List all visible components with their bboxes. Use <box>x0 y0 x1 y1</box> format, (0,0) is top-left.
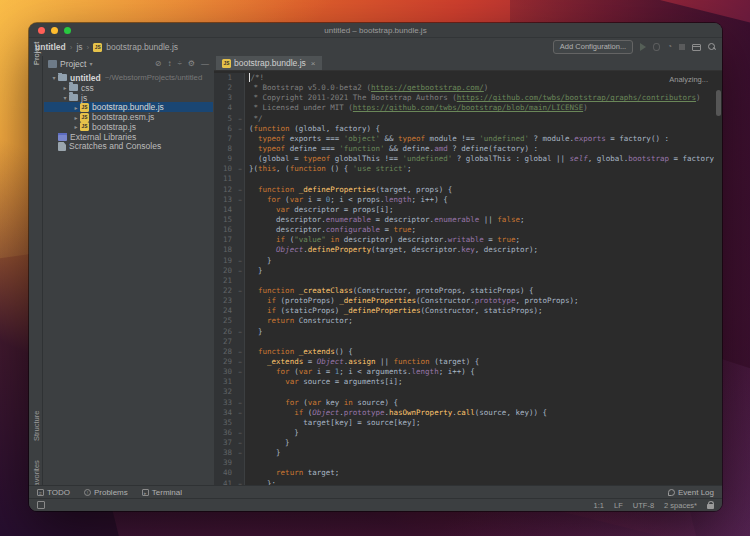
fold-marker-icon[interactable]: − <box>236 367 245 377</box>
line-number[interactable]: 23 <box>214 296 236 306</box>
fold-marker-icon[interactable]: − <box>236 398 245 408</box>
gear-icon[interactable]: ⚙ <box>188 59 195 68</box>
line-number[interactable]: 24 <box>214 306 236 316</box>
project-panel-title[interactable]: Project <box>60 59 86 69</box>
line-number[interactable]: 9 <box>214 154 236 164</box>
fold-marker-icon[interactable]: − <box>236 164 245 174</box>
line-number[interactable]: 7 <box>214 134 236 144</box>
collapse-all-icon[interactable]: ÷ <box>177 59 181 68</box>
line-number[interactable]: 20 <box>214 266 236 276</box>
fold-marker-icon[interactable]: − <box>236 266 245 276</box>
line-number[interactable]: 40 <box>214 468 236 478</box>
tool-windows-icon[interactable] <box>692 44 701 51</box>
fold-marker-icon[interactable]: − <box>236 286 245 296</box>
code-line-36[interactable]: 36− } <box>214 428 714 438</box>
code-line-39[interactable]: 39 <box>214 458 714 468</box>
tree-item-js[interactable]: ▾js <box>44 93 213 103</box>
line-number[interactable]: 31 <box>214 377 236 387</box>
tree-item-external-libraries[interactable]: External Libraries <box>44 132 213 142</box>
code-line-12[interactable]: 12− function _defineProperties(target, p… <box>214 185 714 195</box>
editor-scrollbar[interactable] <box>716 90 721 116</box>
line-number[interactable]: 17 <box>214 235 236 245</box>
line-number[interactable]: 1 <box>214 73 236 83</box>
code-line-27[interactable]: 27 <box>214 337 714 347</box>
code-line-33[interactable]: 33− for (var key in source) { <box>214 398 714 408</box>
code-line-35[interactable]: 35 target[key] = source[key]; <box>214 418 714 428</box>
caret-position[interactable]: 1:1 <box>594 501 604 510</box>
indent-setting[interactable]: 2 spaces* <box>664 501 697 510</box>
code-line-3[interactable]: 3 * Copyright 2011-2021 The Bootstrap Au… <box>214 93 714 103</box>
line-number[interactable]: 34 <box>214 408 236 418</box>
line-number[interactable]: 37 <box>214 438 236 448</box>
code-line-20[interactable]: 20− } <box>214 266 714 276</box>
code-line-23[interactable]: 23 if (protoProps) _defineProperties(Con… <box>214 296 714 306</box>
tool-stripe-project[interactable]: Project <box>32 42 41 65</box>
code-line-28[interactable]: 28− function _extends() { <box>214 347 714 357</box>
hide-icon[interactable]: — <box>201 59 209 68</box>
line-separator[interactable]: LF <box>614 501 623 510</box>
line-number[interactable]: 35 <box>214 418 236 428</box>
code-line-22[interactable]: 22− function _createClass(Constructor, p… <box>214 286 714 296</box>
code-line-9[interactable]: 9 (global = typeof globalThis !== 'undef… <box>214 154 714 164</box>
line-number[interactable]: 25 <box>214 316 236 326</box>
chevron-right-icon[interactable]: ▸ <box>72 104 80 111</box>
line-number[interactable]: 36 <box>214 428 236 438</box>
code-line-8[interactable]: 8 typeof define === 'function' && define… <box>214 144 714 154</box>
fold-marker-icon[interactable]: − <box>236 438 245 448</box>
line-number[interactable]: 2 <box>214 83 236 93</box>
title-bar[interactable]: untitled – bootstrap.bundle.js <box>29 23 722 38</box>
tool-window-switcher-icon[interactable] <box>37 501 45 509</box>
code-editor[interactable]: 1/*!2 * Bootstrap v5.0.0-beta2 (https://… <box>214 73 714 485</box>
fold-marker-icon[interactable]: − <box>236 195 245 205</box>
fold-marker-icon[interactable]: − <box>236 185 245 195</box>
breadcrumb-item-bootstrap-bundle-js[interactable]: bootstrap.bundle.js <box>106 42 178 52</box>
line-number[interactable]: 22 <box>214 286 236 296</box>
fold-marker-icon[interactable]: − <box>236 114 245 124</box>
fold-marker-icon[interactable]: − <box>236 327 245 337</box>
line-number[interactable]: 8 <box>214 144 236 154</box>
code-line-32[interactable]: 32 <box>214 387 714 397</box>
line-number[interactable]: 16 <box>214 225 236 235</box>
code-line-5[interactable]: 5− */ <box>214 114 714 124</box>
line-number[interactable]: 32 <box>214 387 236 397</box>
line-number[interactable]: 30 <box>214 367 236 377</box>
fold-marker-icon[interactable]: − <box>236 347 245 357</box>
fold-marker-icon[interactable]: − <box>236 357 245 367</box>
code-line-16[interactable]: 16 descriptor.configurable = true; <box>214 225 714 235</box>
fold-marker-icon[interactable]: − <box>236 256 245 266</box>
code-line-11[interactable]: 11 <box>214 174 714 184</box>
code-line-6[interactable]: 6−(function (global, factory) { <box>214 124 714 134</box>
tree-item-scratches-and-consoles[interactable]: Scratches and Consoles <box>44 142 213 152</box>
code-line-21[interactable]: 21 <box>214 276 714 286</box>
line-number[interactable]: 38 <box>214 448 236 458</box>
line-number[interactable]: 4 <box>214 103 236 113</box>
chevron-down-icon[interactable]: ▾ <box>61 94 69 101</box>
code-line-30[interactable]: 30− for (var i = 1; i < arguments.length… <box>214 367 714 377</box>
line-number[interactable]: 11 <box>214 174 236 184</box>
code-line-29[interactable]: 29− _extends = Object.assign || function… <box>214 357 714 367</box>
line-number[interactable]: 28 <box>214 347 236 357</box>
code-line-31[interactable]: 31 var source = arguments[i]; <box>214 377 714 387</box>
close-tab-icon[interactable]: × <box>311 59 316 68</box>
expand-all-icon[interactable]: ↕ <box>167 59 171 68</box>
code-line-10[interactable]: 10−}(this, (function () { 'use strict'; <box>214 164 714 174</box>
chevron-down-icon[interactable]: ▾ <box>89 60 92 67</box>
line-number[interactable]: 33 <box>214 398 236 408</box>
code-line-1[interactable]: 1/*! <box>214 73 714 83</box>
fold-marker-icon[interactable]: − <box>236 124 245 134</box>
line-number[interactable]: 14 <box>214 205 236 215</box>
code-line-34[interactable]: 34− if (Object.prototype.hasOwnProperty.… <box>214 408 714 418</box>
profile-icon[interactable]: ◔ <box>667 42 672 52</box>
editor-tab-bootstrap-bundle[interactable]: JS bootstrap.bundle.js × <box>216 56 322 70</box>
run-icon[interactable] <box>640 43 646 51</box>
chevron-right-icon[interactable]: ▸ <box>61 84 69 91</box>
stop-icon[interactable] <box>679 44 685 50</box>
code-line-2[interactable]: 2 * Bootstrap v5.0.0-beta2 (https://getb… <box>214 83 714 93</box>
line-number[interactable]: 27 <box>214 337 236 347</box>
line-number[interactable]: 21 <box>214 276 236 286</box>
line-number[interactable]: 15 <box>214 215 236 225</box>
line-number[interactable]: 29 <box>214 357 236 367</box>
line-number[interactable]: 5 <box>214 114 236 124</box>
add-configuration-button[interactable]: Add Configuration... <box>553 40 633 54</box>
code-line-40[interactable]: 40 return target; <box>214 468 714 478</box>
